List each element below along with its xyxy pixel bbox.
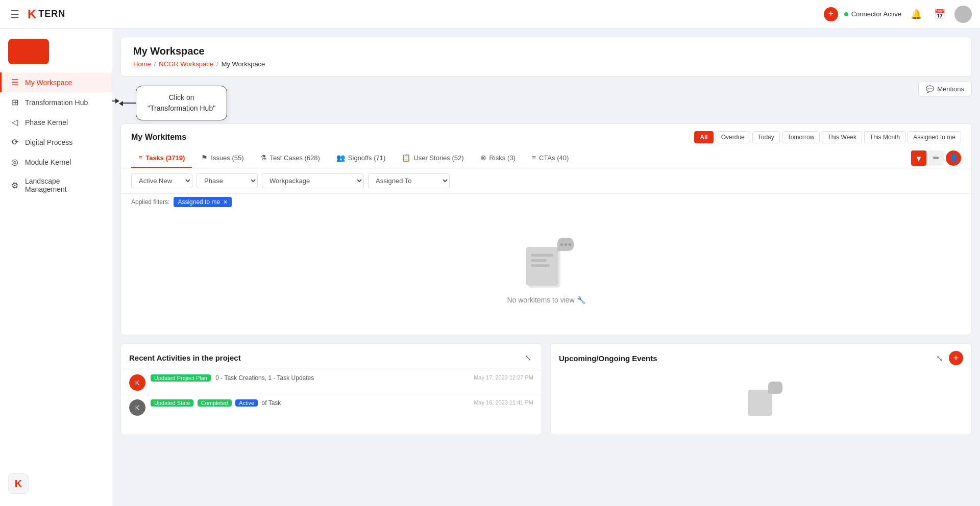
mentions-label: Mentions [937,85,964,93]
sidebar-item-transformation-hub[interactable]: ⊞ Transformation Hub [0,92,112,112]
sidebar-item-my-workspace[interactable]: ☰ My Workspace [0,72,112,92]
tab-user-stories[interactable]: 📋 User Stories (52) [395,148,471,168]
filter-tomorrow[interactable]: Tomorrow [782,131,820,143]
sidebar-item-digital-process[interactable]: ⟳ Digital Process [0,132,112,152]
activity-item-2: K Updated State Completed Active of Task… [121,395,542,420]
tab-risks[interactable]: ⊗ Risks (3) [473,148,523,168]
tab-action-buttons: ▼ ✏ 👤 [911,150,961,166]
tab-tasks-label: Tasks (3719) [145,154,185,162]
sidebar-item-module-kernel[interactable]: ◎ Module Kernel [0,152,112,172]
hamburger-menu[interactable]: ☰ [8,6,21,22]
activity-badge-2c: Active [235,399,258,407]
breadcrumb-sep-2: / [216,60,218,68]
activity-item-1: K Updated Project Plan 0 - Task Creation… [121,370,542,395]
add-event-button[interactable]: + [949,351,963,365]
applied-filters-row: Applied filters: Assigned to me ✕ [121,194,971,212]
tab-ctas[interactable]: ≡ CTAs (40) [525,148,576,168]
profile-icon: 👤 [949,154,959,163]
tab-tasks[interactable]: ≡ Tasks (3719) [131,148,192,168]
app-logo: K TERN [28,7,65,21]
add-button[interactable]: + [824,7,838,21]
page-header-card: My Workspace Home / NCGR Workspace / My … [120,37,972,77]
applied-filter-remove[interactable]: ✕ [223,199,228,206]
upcoming-events-actions: ⤡ + [934,351,963,365]
breadcrumb-home[interactable]: Home [133,60,151,68]
sidebar-item-label-phase-kernel: Phase Kernel [25,118,68,127]
issues-icon: ⚑ [201,154,208,162]
expand-upcoming-events[interactable]: ⤡ [934,351,945,365]
notification-bell-icon[interactable]: 🔔 [908,7,925,22]
digital-process-icon: ⟳ [10,137,20,147]
applied-filters-label: Applied filters: [131,198,169,206]
filter-overdue[interactable]: Overdue [716,131,750,143]
filter-this-week[interactable]: This Week [822,131,862,143]
filter-this-month[interactable]: This Month [864,131,905,143]
user-avatar[interactable] [954,6,972,23]
profile-filter-button[interactable]: 👤 [946,150,961,166]
applied-filter-label: Assigned to me [178,198,220,206]
workitems-header: My Workitems All Overdue Today Tomorrow … [121,124,971,148]
activity-badge-2a: Updated State [151,399,193,407]
filter-funnel-icon: ▼ [915,154,923,163]
expand-recent-activities[interactable]: ⤡ [523,351,533,365]
empty-icon [526,243,567,288]
filter-assigned-to-me[interactable]: Assigned to me [908,131,961,143]
calendar-icon[interactable]: 📅 [931,7,948,22]
tab-issues-label: Issues (55) [211,154,243,162]
assigned-to-filter-select[interactable]: Assigned To [368,173,450,188]
activity-content-2: Updated State Completed Active of Task [151,399,469,407]
filters-row: Active,New Phase Workpackage Assigned To [121,168,971,194]
upcoming-events-card: Upcoming/Ongoing Events ⤡ + [550,343,972,435]
tab-signoffs[interactable]: 👥 Signoffs (71) [329,148,393,168]
sidebar-item-landscape-management[interactable]: ⚙ Landscape Management [0,172,112,198]
workpackage-filter-select[interactable]: Workpackage [262,173,364,188]
applied-filter-assigned-to-me: Assigned to me ✕ [174,197,232,207]
tab-signoffs-label: Signoffs (71) [348,154,385,162]
sidebar-k-logo: K [8,473,29,494]
filter-all[interactable]: All [694,131,713,143]
recent-activities-title: Recent Activities in the project [129,353,241,362]
filter-today[interactable]: Today [752,131,780,143]
tab-issues[interactable]: ⚑ Issues (55) [194,148,251,168]
main-content: My Workspace Home / NCGR Workspace / My … [112,29,980,506]
upcoming-events-title: Upcoming/Ongoing Events [559,354,657,363]
mentions-button[interactable]: 💬 Mentions [918,82,972,96]
phase-filter-select[interactable]: Phase [197,173,258,188]
sidebar-item-label-digital-process: Digital Process [25,138,72,146]
activity-avatar-2: K [129,399,145,416]
tab-ctas-label: CTAs (40) [539,154,569,162]
landscape-mgmt-icon: ⚙ [10,181,20,190]
callout-text: Click on"Transformation Hub" [148,93,215,112]
tasks-icon: ≡ [138,154,142,162]
signoffs-icon: 👥 [336,154,345,162]
risks-icon: ⊗ [480,154,486,162]
mentions-chat-icon: 💬 [926,85,934,93]
tab-test-cases-label: Test Cases (628) [270,154,320,162]
connector-status: Connector Active [844,10,901,18]
activity-badge-2b: Completed [198,399,232,407]
page-title: My Workspace [133,45,959,57]
sidebar-bottom: K [0,467,112,500]
filter-active-button[interactable]: ▼ [911,150,926,166]
status-filter-select[interactable]: Active,New [131,173,192,188]
activity-avatar-1: K [129,374,145,391]
test-cases-icon: ⚗ [260,154,267,162]
breadcrumb-ncgr[interactable]: NCGR Workspace [159,60,213,68]
activity-time-1: May 17, 2023 12:27 PM [474,374,533,381]
edit-icon: ✏ [933,154,940,163]
callout-arrow [112,98,119,104]
tab-test-cases[interactable]: ⚗ Test Cases (628) [253,148,327,168]
connector-dot-icon [844,12,848,16]
app-name: TERN [38,9,65,19]
bottom-row: Recent Activities in the project ⤡ K Upd… [120,343,972,435]
navbar: ☰ K TERN + Connector Active 🔔 📅 [0,0,980,29]
edit-view-button[interactable]: ✏ [928,150,944,166]
sidebar: ☰ My Workspace ⊞ Transformation Hub ◁ Ph… [0,29,112,506]
empty-text: No workitems to view 🔧 [507,296,585,304]
recent-activities-card: Recent Activities in the project ⤡ K Upd… [120,343,542,435]
workitems-empty-state: No workitems to view 🔧 [121,212,971,335]
callout-area: Click on"Transformation Hub" [120,82,227,120]
connector-label: Connector Active [851,10,901,18]
workitems-filter-buttons: All Overdue Today Tomorrow This Week Thi… [694,131,961,143]
sidebar-item-phase-kernel[interactable]: ◁ Phase Kernel [0,112,112,132]
